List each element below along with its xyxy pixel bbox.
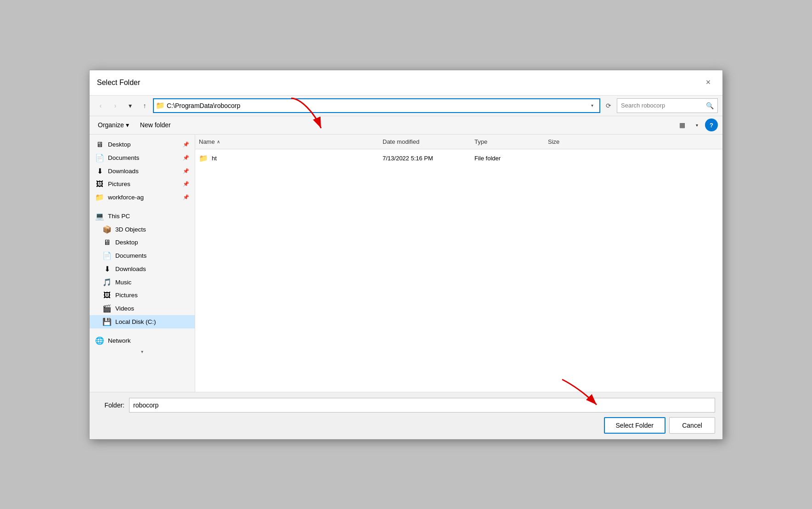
- file-type-cell: File folder: [471, 154, 544, 163]
- new-folder-label: New folder: [140, 121, 171, 129]
- help-button[interactable]: ?: [705, 119, 718, 131]
- sidebar-label: Pictures: [108, 181, 130, 187]
- network-icon: 🌐: [95, 336, 104, 345]
- search-bar[interactable]: 🔍: [617, 98, 718, 113]
- folder-label: Folder:: [97, 402, 124, 409]
- sidebar-item-this-pc[interactable]: 💻 This PC: [90, 209, 195, 223]
- sidebar-item-videos[interactable]: 🎬 Videos: [90, 302, 195, 315]
- sidebar-item-network[interactable]: 🌐 Network: [90, 334, 195, 347]
- file-list-body: 📁 ht 7/13/2022 5:16 PM File folder: [195, 149, 722, 392]
- sidebar-label: workforce-ag: [108, 194, 144, 201]
- file-name-cell: 📁 ht: [195, 153, 379, 164]
- select-folder-dialog: Select Folder × ‹ › ▾ ↑ 📁 ▾ ⟳ 🔍: [89, 70, 723, 440]
- col-type-label: Type: [474, 138, 487, 145]
- sidebar-item-pictures-quick[interactable]: 🖼 Pictures 📌: [90, 178, 195, 191]
- col-size-label: Size: [548, 138, 559, 145]
- 3d-objects-icon: 📦: [102, 225, 112, 234]
- button-row: Select Folder Cancel: [97, 417, 715, 434]
- title-bar: Select Folder ×: [90, 70, 722, 96]
- folder-input-row: Folder:: [97, 398, 715, 413]
- forward-button[interactable]: ›: [109, 99, 122, 112]
- pictures-icon: 🖼: [95, 180, 104, 188]
- address-dropdown-button[interactable]: ▾: [586, 100, 598, 111]
- organize-dropdown-icon: ▾: [126, 121, 129, 129]
- address-input[interactable]: [167, 102, 585, 109]
- sidebar-label: Network: [108, 337, 131, 344]
- back-button[interactable]: ‹: [94, 99, 107, 112]
- column-header-type[interactable]: Type: [471, 137, 544, 146]
- column-header-size[interactable]: Size: [544, 137, 599, 146]
- organize-label: Organize: [98, 121, 124, 129]
- view-button[interactable]: ▦: [676, 119, 688, 131]
- sidebar-item-pictures[interactable]: 🖼 Pictures: [90, 289, 195, 302]
- col-name-label: Name: [199, 138, 215, 145]
- file-date-cell: 7/13/2022 5:16 PM: [379, 154, 471, 163]
- col-date-label: Date modified: [383, 138, 419, 145]
- file-name: ht: [212, 155, 217, 162]
- sidebar-item-music[interactable]: 🎵 Music: [90, 276, 195, 289]
- sidebar-label: Desktop: [108, 141, 131, 148]
- sidebar-label: Downloads: [115, 266, 146, 272]
- desktop-icon: 🖥: [95, 141, 104, 149]
- sidebar-label: Videos: [115, 305, 134, 312]
- address-bar[interactable]: 📁 ▾: [153, 98, 600, 113]
- sidebar-label: Documents: [115, 252, 147, 259]
- sidebar-label: Desktop: [115, 239, 138, 246]
- this-pc-icon: 💻: [95, 212, 104, 221]
- sidebar-item-downloads[interactable]: ⬇ Downloads: [90, 262, 195, 276]
- pin-icon: 📌: [183, 194, 189, 200]
- dropdown-button[interactable]: ▾: [124, 99, 136, 112]
- sidebar-item-documents[interactable]: 📄 Documents: [90, 249, 195, 262]
- sidebar-label: Pictures: [115, 292, 138, 299]
- downloads-icon: ⬇: [102, 265, 112, 273]
- downloads-icon: ⬇: [95, 167, 104, 175]
- toolbar: Organize ▾ New folder ▦ ▾ ?: [90, 116, 722, 135]
- dialog-title: Select Folder: [97, 79, 140, 87]
- file-list-header: Name ∧ Date modified Type Size: [195, 135, 722, 149]
- refresh-button[interactable]: ⟳: [602, 99, 615, 112]
- pin-icon: 📌: [183, 141, 189, 147]
- desktop-icon: 🖥: [102, 238, 112, 247]
- sidebar-item-desktop-quick[interactable]: 🖥 Desktop 📌: [90, 138, 195, 151]
- pictures-icon: 🖼: [102, 291, 112, 300]
- sidebar-item-3d-objects[interactable]: 📦 3D Objects: [90, 223, 195, 236]
- pin-icon: 📌: [183, 168, 189, 174]
- sort-arrow-icon: ∧: [217, 139, 220, 144]
- sidebar-label: 3D Objects: [115, 226, 146, 233]
- column-header-name[interactable]: Name ∧: [195, 137, 379, 146]
- column-header-date[interactable]: Date modified: [379, 137, 471, 146]
- organize-button[interactable]: Organize ▾: [94, 119, 133, 130]
- folder-icon: 📁: [95, 193, 104, 202]
- sidebar-item-local-disk[interactable]: 💾 Local Disk (C:): [90, 315, 195, 328]
- sidebar-label: Documents: [108, 154, 139, 161]
- view-dropdown-button[interactable]: ▾: [690, 119, 703, 131]
- search-input[interactable]: [621, 102, 704, 109]
- nav-bar: ‹ › ▾ ↑ 📁 ▾ ⟳ 🔍: [90, 96, 722, 116]
- address-folder-icon: 📁: [156, 101, 165, 110]
- music-icon: 🎵: [102, 278, 112, 287]
- documents-icon: 📄: [95, 153, 104, 162]
- up-button[interactable]: ↑: [138, 99, 151, 112]
- pin-icon: 📌: [183, 181, 189, 187]
- toolbar-left: Organize ▾ New folder: [94, 119, 175, 130]
- scroll-down-indicator[interactable]: ▾: [90, 347, 195, 356]
- sidebar-item-documents-quick[interactable]: 📄 Documents 📌: [90, 151, 195, 164]
- close-button[interactable]: ×: [701, 76, 715, 90]
- new-folder-button[interactable]: New folder: [136, 119, 175, 130]
- folder-small-icon: 📁: [199, 154, 208, 163]
- select-folder-button[interactable]: Select Folder: [604, 417, 665, 434]
- sidebar-label: This PC: [108, 213, 130, 220]
- documents-icon: 📄: [102, 251, 112, 260]
- cancel-button[interactable]: Cancel: [669, 417, 715, 434]
- videos-icon: 🎬: [102, 304, 112, 313]
- sidebar-label: Downloads: [108, 168, 139, 175]
- search-icon: 🔍: [706, 102, 714, 109]
- file-row[interactable]: 📁 ht 7/13/2022 5:16 PM File folder: [195, 151, 722, 165]
- folder-input[interactable]: [129, 398, 715, 413]
- main-content: 🖥 Desktop 📌 📄 Documents 📌 ⬇ Downloads 📌 …: [90, 135, 722, 392]
- sidebar-item-downloads-quick[interactable]: ⬇ Downloads 📌: [90, 164, 195, 178]
- sidebar: 🖥 Desktop 📌 📄 Documents 📌 ⬇ Downloads 📌 …: [90, 135, 195, 392]
- pin-icon: 📌: [183, 155, 189, 161]
- sidebar-item-desktop[interactable]: 🖥 Desktop: [90, 236, 195, 249]
- sidebar-item-workforce[interactable]: 📁 workforce-ag 📌: [90, 191, 195, 204]
